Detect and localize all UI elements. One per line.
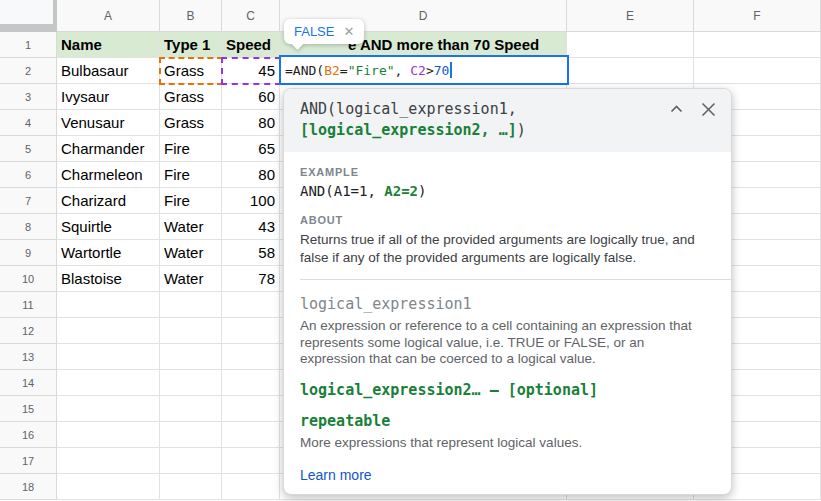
row-header-1[interactable]: 1 [0,32,57,58]
close-icon[interactable] [697,98,719,120]
cell-B1[interactable]: Type 1 [160,32,222,58]
spreadsheet-app: ABCDEF123456789101112131415161718NameTyp… [0,0,821,501]
cell-B18[interactable] [160,474,222,500]
row-header-18[interactable]: 18 [0,474,57,500]
column-header-B[interactable]: B [160,0,222,32]
cell-C9[interactable]: 58 [222,240,280,266]
cell-C12[interactable] [222,318,280,344]
cell-A1[interactable]: Name [57,32,160,58]
row-header-11[interactable]: 11 [0,292,57,318]
cell-C11[interactable] [222,292,280,318]
row-header-17[interactable]: 17 [0,448,57,474]
row-header-7[interactable]: 7 [0,188,57,214]
formula-token: 70 [434,63,450,78]
cell-A16[interactable] [57,422,160,448]
chevron-up-icon[interactable] [665,98,687,120]
cell-A18[interactable] [57,474,160,500]
about-text: Returns true if all of the provided argu… [300,231,714,266]
cell-C15[interactable] [222,396,280,422]
row-header-2[interactable]: 2 [0,58,57,84]
cell-A2[interactable]: Bulbasaur [57,58,160,84]
cell-A14[interactable] [57,370,160,396]
cell-A15[interactable] [57,396,160,422]
row-header-9[interactable]: 9 [0,240,57,266]
section-divider [300,279,731,280]
row-header-8[interactable]: 8 [0,214,57,240]
cell-A4[interactable]: Venusaur [57,110,160,136]
row-header-6[interactable]: 6 [0,162,57,188]
cell-C13[interactable] [222,344,280,370]
row-header-5[interactable]: 5 [0,136,57,162]
cell-A13[interactable] [57,344,160,370]
cell-C18[interactable] [222,474,280,500]
close-icon[interactable]: ✕ [343,24,354,39]
cell-A8[interactable]: Squirtle [57,214,160,240]
cell-B7[interactable]: Fire [160,188,222,214]
cell-C8[interactable]: 43 [222,214,280,240]
cell-A11[interactable] [57,292,160,318]
cell-A10[interactable]: Blastoise [57,266,160,292]
learn-more-link[interactable]: Learn more [300,467,372,483]
cell-A5[interactable]: Charmander [57,136,160,162]
cell-C6[interactable]: 80 [222,162,280,188]
cell-C7[interactable]: 100 [222,188,280,214]
cell-C16[interactable] [222,422,280,448]
row-header-3[interactable]: 3 [0,84,57,110]
select-all-corner[interactable] [0,0,57,32]
cell-F1[interactable] [694,32,821,58]
example-label: EXAMPLE [300,166,715,178]
formula-token: , [395,63,411,78]
cell-A17[interactable] [57,448,160,474]
cell-B14[interactable] [160,370,222,396]
cell-A7[interactable]: Charizard [57,188,160,214]
cell-B9[interactable]: Water [160,240,222,266]
cell-E1[interactable] [567,32,694,58]
cell-B16[interactable] [160,422,222,448]
row-header-10[interactable]: 10 [0,266,57,292]
cell-B5[interactable]: Fire [160,136,222,162]
column-header-E[interactable]: E [567,0,694,32]
formula-token: > [426,63,434,78]
repeatable-title: repeatable [300,412,715,430]
column-header-A[interactable]: A [57,0,160,32]
cell-C5[interactable]: 65 [222,136,280,162]
row-header-14[interactable]: 14 [0,370,57,396]
row-header-15[interactable]: 15 [0,396,57,422]
formula-cell-editor[interactable]: =AND(B2="Fire", C2>70 [279,55,569,85]
cell-B10[interactable]: Water [160,266,222,292]
cell-B3[interactable]: Grass [160,84,222,110]
cell-C3[interactable]: 60 [222,84,280,110]
cell-B13[interactable] [160,344,222,370]
column-header-C[interactable]: C [222,0,280,32]
row-header-16[interactable]: 16 [0,422,57,448]
formula-token: B2 [324,63,340,78]
cell-A3[interactable]: Ivysaur [57,84,160,110]
row-header-4[interactable]: 4 [0,110,57,136]
cell-C1[interactable]: Speed [222,32,280,58]
row-header-13[interactable]: 13 [0,344,57,370]
cell-C4[interactable]: 80 [222,110,280,136]
cell-C2[interactable]: 45 [222,58,280,84]
cell-B6[interactable]: Fire [160,162,222,188]
cell-E2[interactable] [567,58,694,84]
cell-C14[interactable] [222,370,280,396]
cell-B15[interactable] [160,396,222,422]
cell-B12[interactable] [160,318,222,344]
cell-A6[interactable]: Charmeleon [57,162,160,188]
row-header-12[interactable]: 12 [0,318,57,344]
cell-C10[interactable]: 78 [222,266,280,292]
cell-C17[interactable] [222,448,280,474]
cell-B11[interactable] [160,292,222,318]
cell-B2[interactable]: Grass [160,58,222,84]
text-caret [450,62,452,78]
cell-B8[interactable]: Water [160,214,222,240]
column-header-F[interactable]: F [694,0,821,32]
cell-F2[interactable] [694,58,821,84]
cell-B4[interactable]: Grass [160,110,222,136]
cell-A12[interactable] [57,318,160,344]
cell-A9[interactable]: Wartortle [57,240,160,266]
formula-result-value: FALSE [294,24,334,39]
param2-title: logical_expression2… – [optional] [300,381,715,399]
cell-B17[interactable] [160,448,222,474]
formula-result-chip: FALSE ✕ [284,19,364,44]
